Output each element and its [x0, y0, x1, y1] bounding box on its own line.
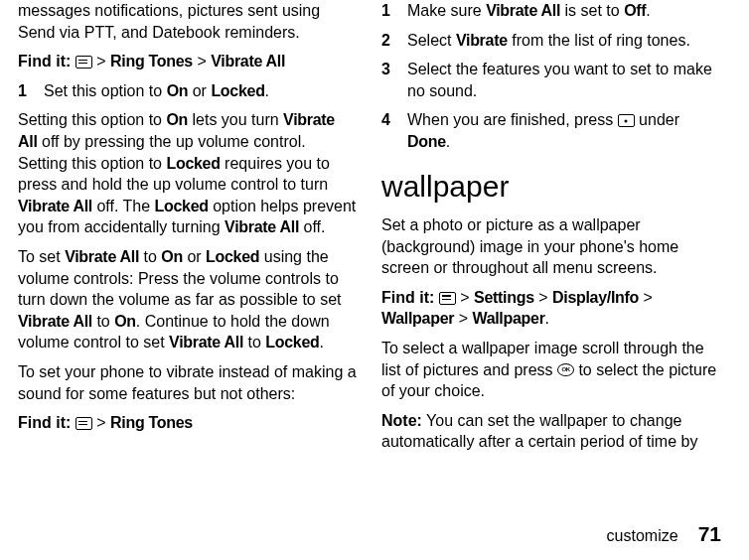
- wallpaper-heading: wallpaper: [381, 167, 721, 208]
- find-label: Find it:: [18, 414, 71, 431]
- step-body: Make sure Vibrate All is set to Off.: [407, 0, 721, 22]
- left-column: messages notifications, pictures sent us…: [18, 0, 358, 516]
- page-number: 71: [698, 522, 721, 546]
- step-body: Select Vibrate from the list of ring ton…: [407, 30, 721, 52]
- intro-paragraph: messages notifications, pictures sent us…: [18, 0, 358, 43]
- step-3r: 3 Select the features you want to set to…: [381, 59, 721, 101]
- step-2r: 2 Select Vibrate from the list of ring t…: [381, 30, 721, 52]
- find-it-1: Find it: > Ring Tones > Vibrate All: [18, 51, 358, 72]
- footer-section-label: customize: [607, 527, 678, 545]
- wallpaper-note: Note: You can set the wallpaper to chang…: [381, 410, 721, 453]
- step-number: 2: [381, 30, 407, 52]
- page-columns: messages notifications, pictures sent us…: [0, 0, 749, 516]
- menu-icon: [439, 292, 456, 305]
- step-number: 4: [381, 109, 407, 152]
- menu-icon: [75, 56, 92, 69]
- page-footer: customize 71: [0, 516, 749, 546]
- step-number: 1: [18, 80, 44, 102]
- step-body: Select the features you want to set to m…: [407, 59, 721, 101]
- step-number: 1: [381, 0, 407, 22]
- right-column: 1 Make sure Vibrate All is set to Off. 2…: [381, 0, 721, 516]
- find-it-2: Find it: > Ring Tones: [18, 412, 358, 434]
- step-body: When you are finished, press under Done.: [407, 109, 721, 152]
- wallpaper-select: To select a wallpaper image scroll throu…: [381, 338, 721, 402]
- step-1-detail: Setting this option to On lets you turn …: [18, 109, 358, 238]
- ring-tones-path: Ring Tones: [110, 53, 193, 70]
- find-it-wallpaper: Find it: > Settings > Display/Info > Wal…: [381, 287, 721, 330]
- step-body: Set this option to On or Locked.: [44, 80, 358, 102]
- ring-tones-path: Ring Tones: [110, 414, 193, 431]
- find-label: Find it:: [18, 53, 71, 70]
- soft-key-icon: [618, 114, 635, 127]
- step-1r: 1 Make sure Vibrate All is set to Off.: [381, 0, 721, 22]
- find-label: Find it:: [381, 289, 434, 306]
- step-1: 1 Set this option to On or Locked.: [18, 80, 358, 102]
- menu-icon: [75, 417, 92, 430]
- step-4r: 4 When you are finished, press under Don…: [381, 109, 721, 152]
- volume-set-paragraph: To set Vibrate All to On or Locked using…: [18, 246, 358, 353]
- vibrate-all-path: Vibrate All: [211, 53, 285, 70]
- step-number: 3: [381, 59, 407, 101]
- note-label: Note:: [381, 412, 422, 429]
- wallpaper-intro: Set a photo or picture as a wallpaper (b…: [381, 214, 721, 279]
- some-features-paragraph: To set your phone to vibrate instead of …: [18, 361, 358, 404]
- ok-icon: [557, 363, 574, 376]
